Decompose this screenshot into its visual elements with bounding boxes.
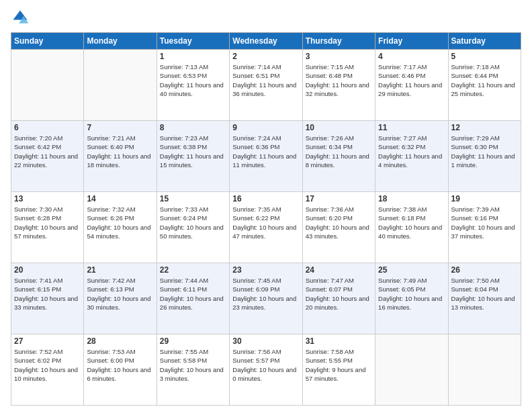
day-number: 26 xyxy=(451,265,518,275)
day-info: Sunrise: 7:52 AMSunset: 6:02 PMDaylight:… xyxy=(14,347,81,383)
day-info: Sunrise: 7:17 AMSunset: 6:46 PMDaylight:… xyxy=(378,62,445,98)
day-info: Sunrise: 7:27 AMSunset: 6:32 PMDaylight:… xyxy=(378,134,445,169)
col-saturday: Saturday xyxy=(448,33,521,50)
day-number: 6 xyxy=(14,123,81,132)
calendar-cell: 4Sunrise: 7:17 AMSunset: 6:46 PMDaylight… xyxy=(375,50,448,121)
day-info: Sunrise: 7:20 AMSunset: 6:42 PMDaylight:… xyxy=(14,134,81,169)
calendar-cell: 9Sunrise: 7:24 AMSunset: 6:36 PMDaylight… xyxy=(230,121,302,192)
day-info: Sunrise: 7:44 AMSunset: 6:11 PMDaylight:… xyxy=(160,276,226,312)
day-number: 20 xyxy=(14,265,81,275)
calendar-cell: 30Sunrise: 7:56 AMSunset: 5:57 PMDayligh… xyxy=(230,334,302,406)
day-number: 22 xyxy=(160,265,226,275)
calendar-cell: 5Sunrise: 7:18 AMSunset: 6:44 PMDaylight… xyxy=(448,50,521,121)
day-info: Sunrise: 7:15 AMSunset: 6:48 PMDaylight:… xyxy=(306,62,372,98)
week-row: 27Sunrise: 7:52 AMSunset: 6:02 PMDayligh… xyxy=(11,334,521,406)
day-number: 10 xyxy=(306,123,372,132)
day-number: 17 xyxy=(306,194,372,203)
day-info: Sunrise: 7:56 AMSunset: 5:57 PMDaylight:… xyxy=(232,347,299,383)
calendar-cell: 8Sunrise: 7:23 AMSunset: 6:38 PMDaylight… xyxy=(157,121,229,192)
calendar-cell xyxy=(448,334,521,406)
day-info: Sunrise: 7:13 AMSunset: 6:53 PMDaylight:… xyxy=(160,62,226,98)
logo xyxy=(11,8,31,27)
calendar-cell: 6Sunrise: 7:20 AMSunset: 6:42 PMDaylight… xyxy=(11,121,84,192)
calendar-cell: 3Sunrise: 7:15 AMSunset: 6:48 PMDaylight… xyxy=(302,50,375,121)
day-info: Sunrise: 7:29 AMSunset: 6:30 PMDaylight:… xyxy=(451,134,518,169)
day-number: 19 xyxy=(451,194,518,203)
logo-icon xyxy=(11,8,30,27)
calendar-cell: 24Sunrise: 7:47 AMSunset: 6:07 PMDayligh… xyxy=(302,263,375,334)
col-monday: Monday xyxy=(84,33,157,50)
day-info: Sunrise: 7:26 AMSunset: 6:34 PMDaylight:… xyxy=(306,134,372,169)
week-row: 20Sunrise: 7:41 AMSunset: 6:15 PMDayligh… xyxy=(11,263,521,334)
calendar-cell: 14Sunrise: 7:32 AMSunset: 6:26 PMDayligh… xyxy=(84,192,157,263)
day-info: Sunrise: 7:38 AMSunset: 6:18 PMDaylight:… xyxy=(378,205,445,240)
day-info: Sunrise: 7:47 AMSunset: 6:07 PMDaylight:… xyxy=(306,276,372,312)
day-number: 27 xyxy=(14,336,81,346)
calendar-cell: 17Sunrise: 7:36 AMSunset: 6:20 PMDayligh… xyxy=(302,192,375,263)
day-info: Sunrise: 7:58 AMSunset: 5:55 PMDaylight:… xyxy=(306,347,372,383)
day-number: 29 xyxy=(160,336,226,346)
day-number: 2 xyxy=(232,52,299,61)
day-number: 11 xyxy=(378,123,445,132)
header xyxy=(11,8,521,27)
day-number: 15 xyxy=(160,194,226,203)
day-info: Sunrise: 7:53 AMSunset: 6:00 PMDaylight:… xyxy=(87,347,153,383)
calendar-cell: 12Sunrise: 7:29 AMSunset: 6:30 PMDayligh… xyxy=(448,121,521,192)
day-info: Sunrise: 7:14 AMSunset: 6:51 PMDaylight:… xyxy=(232,62,299,98)
day-number: 5 xyxy=(451,52,518,61)
day-number: 31 xyxy=(306,336,372,346)
day-info: Sunrise: 7:55 AMSunset: 5:58 PMDaylight:… xyxy=(160,347,226,383)
day-info: Sunrise: 7:36 AMSunset: 6:20 PMDaylight:… xyxy=(306,205,372,240)
day-info: Sunrise: 7:41 AMSunset: 6:15 PMDaylight:… xyxy=(14,276,81,312)
calendar-cell: 18Sunrise: 7:38 AMSunset: 6:18 PMDayligh… xyxy=(375,192,448,263)
calendar-cell xyxy=(11,50,84,121)
header-row: Sunday Monday Tuesday Wednesday Thursday… xyxy=(11,33,521,50)
calendar-cell: 31Sunrise: 7:58 AMSunset: 5:55 PMDayligh… xyxy=(302,334,375,406)
day-number: 30 xyxy=(232,336,299,346)
calendar-cell: 19Sunrise: 7:39 AMSunset: 6:16 PMDayligh… xyxy=(448,192,521,263)
day-info: Sunrise: 7:42 AMSunset: 6:13 PMDaylight:… xyxy=(87,276,153,312)
day-info: Sunrise: 7:18 AMSunset: 6:44 PMDaylight:… xyxy=(451,62,518,98)
week-row: 6Sunrise: 7:20 AMSunset: 6:42 PMDaylight… xyxy=(11,121,521,192)
day-number: 25 xyxy=(378,265,445,275)
calendar-cell: 22Sunrise: 7:44 AMSunset: 6:11 PMDayligh… xyxy=(157,263,229,334)
day-info: Sunrise: 7:49 AMSunset: 6:05 PMDaylight:… xyxy=(378,276,445,312)
calendar-cell: 1Sunrise: 7:13 AMSunset: 6:53 PMDaylight… xyxy=(157,50,229,121)
day-number: 7 xyxy=(87,123,153,132)
day-number: 9 xyxy=(232,123,299,132)
day-number: 1 xyxy=(160,52,226,61)
calendar-cell: 21Sunrise: 7:42 AMSunset: 6:13 PMDayligh… xyxy=(84,263,157,334)
calendar-cell: 20Sunrise: 7:41 AMSunset: 6:15 PMDayligh… xyxy=(11,263,84,334)
day-number: 23 xyxy=(232,265,299,275)
day-number: 24 xyxy=(306,265,372,275)
calendar-table: Sunday Monday Tuesday Wednesday Thursday… xyxy=(11,32,521,406)
day-number: 18 xyxy=(378,194,445,203)
day-number: 21 xyxy=(87,265,153,275)
calendar-cell: 29Sunrise: 7:55 AMSunset: 5:58 PMDayligh… xyxy=(157,334,229,406)
day-info: Sunrise: 7:45 AMSunset: 6:09 PMDaylight:… xyxy=(232,276,299,312)
week-row: 13Sunrise: 7:30 AMSunset: 6:28 PMDayligh… xyxy=(11,192,521,263)
calendar-cell: 25Sunrise: 7:49 AMSunset: 6:05 PMDayligh… xyxy=(375,263,448,334)
day-number: 8 xyxy=(160,123,226,132)
day-number: 28 xyxy=(87,336,153,346)
day-number: 3 xyxy=(306,52,372,61)
day-number: 13 xyxy=(14,194,81,203)
day-number: 16 xyxy=(232,194,299,203)
calendar-cell: 15Sunrise: 7:33 AMSunset: 6:24 PMDayligh… xyxy=(157,192,229,263)
calendar-cell: 7Sunrise: 7:21 AMSunset: 6:40 PMDaylight… xyxy=(84,121,157,192)
day-info: Sunrise: 7:23 AMSunset: 6:38 PMDaylight:… xyxy=(160,134,226,169)
calendar-cell xyxy=(375,334,448,406)
calendar-cell: 10Sunrise: 7:26 AMSunset: 6:34 PMDayligh… xyxy=(302,121,375,192)
col-friday: Friday xyxy=(375,33,448,50)
day-info: Sunrise: 7:35 AMSunset: 6:22 PMDaylight:… xyxy=(232,205,299,240)
day-info: Sunrise: 7:21 AMSunset: 6:40 PMDaylight:… xyxy=(87,134,153,169)
day-number: 4 xyxy=(378,52,445,61)
calendar-cell: 11Sunrise: 7:27 AMSunset: 6:32 PMDayligh… xyxy=(375,121,448,192)
calendar-cell xyxy=(84,50,157,121)
day-info: Sunrise: 7:30 AMSunset: 6:28 PMDaylight:… xyxy=(14,205,81,240)
calendar-cell: 27Sunrise: 7:52 AMSunset: 6:02 PMDayligh… xyxy=(11,334,84,406)
calendar-cell: 16Sunrise: 7:35 AMSunset: 6:22 PMDayligh… xyxy=(230,192,302,263)
day-number: 12 xyxy=(451,123,518,132)
col-tuesday: Tuesday xyxy=(157,33,229,50)
col-sunday: Sunday xyxy=(11,33,84,50)
